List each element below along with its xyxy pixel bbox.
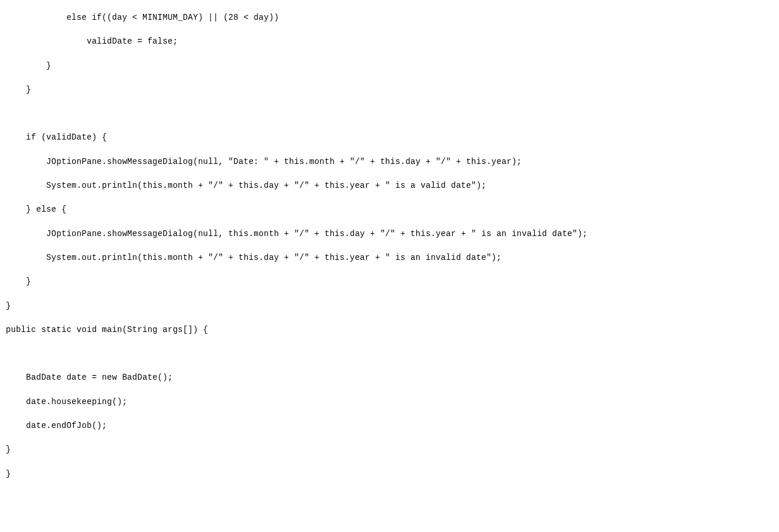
code-line: JOptionPane.showMessageDialog(null, "Dat… <box>6 157 522 166</box>
code-line: } <box>6 277 31 286</box>
code-line: } <box>6 469 11 479</box>
code-line: System.out.println(this.month + "/" + th… <box>6 181 487 190</box>
code-line: else if((day < MINIMUM_DAY) || (28 < day… <box>6 13 279 22</box>
code-line: validDate = false; <box>6 37 178 46</box>
code-line: date.housekeeping(); <box>6 397 127 406</box>
code-line: if (validDate) { <box>6 133 107 142</box>
code-line: } <box>6 85 31 94</box>
code-line: } else { <box>6 205 66 214</box>
code-block: else if((day < MINIMUM_DAY) || (28 < day… <box>0 0 779 492</box>
code-line: JOptionPane.showMessageDialog(null, this… <box>6 229 588 238</box>
code-line: public static void main(String args[]) { <box>6 325 208 334</box>
code-line: } <box>6 61 51 70</box>
code-line: System.out.println(this.month + "/" + th… <box>6 253 502 262</box>
code-line: date.endOfJob(); <box>6 421 107 430</box>
code-line: BadDate date = new BadDate(); <box>6 373 173 382</box>
code-line: } <box>6 445 11 454</box>
code-line: } <box>6 301 11 310</box>
